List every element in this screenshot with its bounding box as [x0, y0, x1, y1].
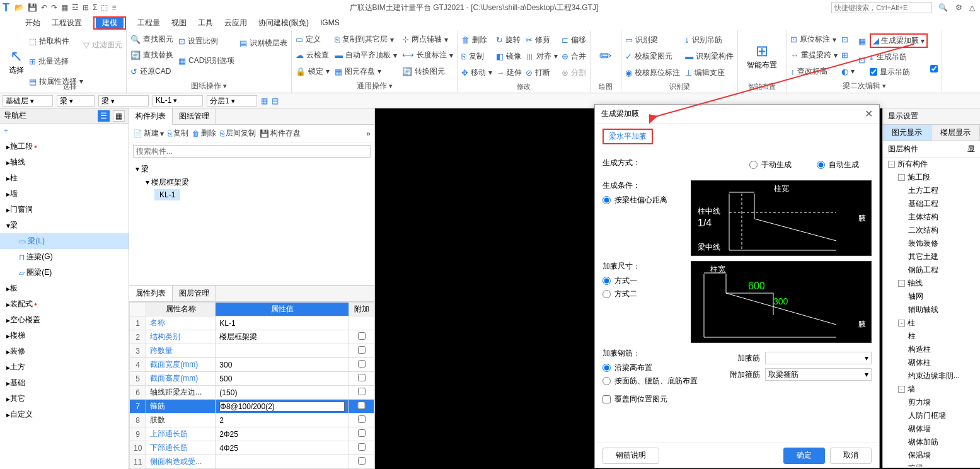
prop-row[interactable]: 10下部通长筋4Φ25	[130, 441, 374, 455]
layer-row[interactable]: 土方工程	[883, 184, 980, 197]
shortcut-search-input[interactable]	[831, 2, 932, 13]
rebar-info-button[interactable]: 钢筋说明	[602, 448, 659, 464]
extra-checkbox[interactable]	[930, 65, 938, 72]
delete-button[interactable]: 🗑删除	[192, 128, 216, 139]
prop-row[interactable]: 9上部通长筋2Φ25	[130, 427, 374, 441]
two-point-button[interactable]: ⊹两点辅轴▾	[402, 34, 453, 45]
layer-row[interactable]: 装饰装修	[883, 237, 980, 250]
qat-view-icon[interactable]: ▦	[61, 3, 68, 12]
overwrite-checkbox-row[interactable]: 覆盖同位置图元	[602, 394, 872, 405]
tree-group[interactable]: ▾ 楼层框架梁	[146, 176, 368, 189]
nav-item-earth[interactable]: ▸ 土方	[0, 359, 129, 375]
tab-drawing-mgmt[interactable]: 图纸管理	[173, 108, 216, 124]
dialog-tab-horizontal[interactable]: 梁水平加腋	[602, 129, 653, 144]
type-select[interactable]: 梁 ▾	[98, 95, 149, 107]
recognize-beam-button[interactable]: ▭识别梁	[625, 35, 680, 45]
prop-row[interactable]: 4截面宽度(mm)300	[130, 358, 374, 372]
move-button[interactable]: ✥移动▾	[461, 67, 492, 78]
icon-btn-1[interactable]: ⊡	[841, 35, 855, 44]
qat-settings-icon[interactable]: ⊞	[83, 3, 89, 12]
radio-manual[interactable]: 手动生成	[749, 159, 792, 170]
menu-project-settings[interactable]: 工程设置	[52, 18, 82, 28]
radio-along-beam[interactable]: 沿梁高布置	[602, 362, 716, 373]
radio-auto[interactable]: 自动生成	[817, 159, 859, 170]
gen-hanger-button[interactable]: ⫰生成吊筋	[870, 52, 928, 62]
radio-mode2[interactable]: 方式二	[602, 289, 684, 299]
layer-copy-button[interactable]: ⎘层间复制	[220, 128, 256, 139]
filter-icon-2[interactable]: ▤	[272, 96, 279, 105]
show-hanger-checkbox[interactable]	[870, 68, 877, 76]
delete-button[interactable]: 🗑删除	[461, 35, 492, 45]
prop-row[interactable]: 8肢数2	[130, 414, 374, 427]
menu-tools[interactable]: 工具	[198, 18, 213, 28]
search-icon[interactable]: 🔍	[938, 3, 948, 12]
prop-row[interactable]: 5截面高度(mm)500	[130, 372, 374, 386]
prop-row[interactable]: 6轴线距梁左边...(150)	[130, 386, 374, 400]
nav-item-other[interactable]: ▸ 其它	[0, 391, 129, 407]
filter-icon-1[interactable]: ▦	[261, 96, 268, 105]
layer-row[interactable]: 砌体柱	[883, 356, 980, 369]
icon-btn-3[interactable]: ◐▾	[841, 67, 855, 76]
trim-button[interactable]: ✂修剪	[526, 35, 558, 45]
rotate-button[interactable]: ↻旋转	[496, 35, 522, 45]
layer-row[interactable]: 构造柱	[883, 343, 980, 356]
qat-undo-icon[interactable]: ↶	[41, 3, 47, 12]
tab-properties[interactable]: 属性列表	[129, 286, 173, 301]
new-button[interactable]: 📄新建 ▾	[133, 128, 164, 139]
nav-sub-beam[interactable]: ▭ 梁(L)	[0, 233, 129, 249]
layer-row[interactable]: -柱	[883, 316, 980, 330]
layer-row[interactable]: 轴网	[883, 290, 980, 303]
smart-layout-button[interactable]: ⊞ 智能布置	[742, 32, 782, 81]
layer-row[interactable]: 保温墙	[883, 449, 980, 462]
layer-row[interactable]: 砌体墙	[883, 422, 980, 436]
nav-item-axis[interactable]: ▸ 轴线	[0, 154, 129, 170]
settings-icon[interactable]: ⚙	[955, 3, 962, 12]
prop-row[interactable]: 1名称KL-1	[130, 316, 374, 330]
restore-cad-button[interactable]: ↺还原CAD	[130, 66, 173, 77]
copy-button[interactable]: ⎘复制	[168, 128, 188, 139]
layer-select[interactable]: 基础层 ▾	[3, 95, 53, 107]
tab-floor-display[interactable]: 楼层显示	[931, 125, 980, 141]
break-button[interactable]: ⊘打断	[526, 67, 558, 78]
prop-row[interactable]: 3跨数量	[130, 344, 374, 358]
layer-row[interactable]: -施工段	[883, 171, 980, 184]
close-icon[interactable]: ✕	[865, 108, 873, 120]
icon-btn-2[interactable]: ⊞	[841, 50, 855, 60]
cad-options-button[interactable]: ▦CAD识别选项	[178, 55, 234, 66]
set-scale-button[interactable]: ⊡设置比例	[178, 36, 234, 47]
nav-item-slab[interactable]: ▸ 板	[0, 281, 129, 296]
radio-by-bars[interactable]: 按面筋、腰筋、底筋布置	[602, 376, 716, 386]
cancel-button[interactable]: 取消	[830, 448, 872, 464]
notification-icon[interactable]: △	[969, 3, 975, 12]
draw-big-button[interactable]: ✏	[594, 32, 617, 81]
qat-open-icon[interactable]: 📂	[14, 3, 24, 12]
nav-list-view-button[interactable]: ☰	[98, 110, 110, 122]
qat-refresh-icon[interactable]: Σ	[93, 3, 97, 12]
extend-button[interactable]: →延伸	[496, 67, 522, 78]
layer-row[interactable]: -轴线	[883, 277, 980, 290]
nav-sub-link-beam[interactable]: ⊓ 连梁(G)	[0, 249, 129, 265]
layer-row[interactable]: 二次结构	[883, 224, 980, 237]
layer-row[interactable]: 基础工程	[883, 197, 980, 211]
layer-row[interactable]: 辅助轴线	[883, 303, 980, 316]
qat-save-icon[interactable]: 💾	[28, 3, 37, 12]
prop-row[interactable]: 7箍筋	[130, 400, 374, 414]
nav-grid-view-button[interactable]: ▦	[113, 110, 125, 122]
icon-btn-5[interactable]: ⊡	[858, 55, 866, 65]
nav-tools[interactable]: +	[0, 124, 129, 139]
nav-item-beam[interactable]: ▾ 梁	[0, 217, 129, 233]
nav-item-precast[interactable]: ▸ 装配式●	[0, 296, 129, 312]
check-beam-button[interactable]: ✓校核梁图元	[625, 51, 680, 62]
segment-select[interactable]: 分层1 ▾	[207, 95, 257, 107]
layer-row[interactable]: 其它土建	[883, 250, 980, 263]
layer-row[interactable]: 暗梁	[883, 462, 980, 466]
component-search-input[interactable]	[133, 145, 371, 158]
menu-igms[interactable]: IGMS	[320, 18, 340, 27]
show-hanger-button[interactable]: 显示吊筋	[870, 67, 928, 78]
qat-more-icon[interactable]: ≡	[112, 3, 116, 12]
prop-row[interactable]: 11侧面构造或受...	[130, 455, 374, 469]
tree-root[interactable]: ▾ 梁	[135, 163, 368, 176]
layer-row[interactable]: -墙	[883, 383, 980, 396]
menu-cloud[interactable]: 云应用	[224, 18, 247, 28]
convert-button[interactable]: 🔄转换图元	[402, 66, 453, 77]
